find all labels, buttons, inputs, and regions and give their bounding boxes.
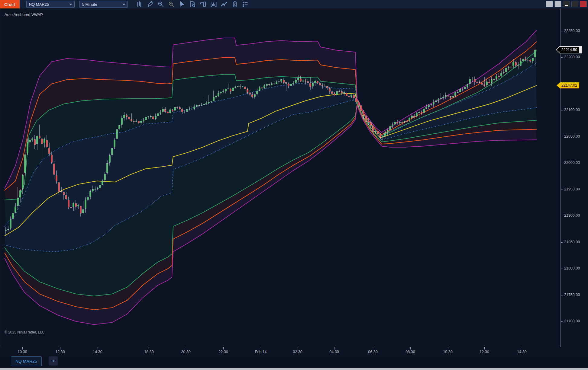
time-tick-label: 14:30 <box>517 350 526 354</box>
price-tick <box>561 242 563 243</box>
price-tick-label: 22050.00 <box>564 134 580 139</box>
toolbar-icon-group <box>136 1 249 8</box>
price-tick <box>561 190 563 190</box>
cursor-icon[interactable] <box>178 1 186 8</box>
price-tick <box>561 137 563 137</box>
instrument-dropdown-value: NQ MAR25 <box>29 2 49 7</box>
zoom-in-icon[interactable] <box>157 1 165 8</box>
time-tick <box>334 347 334 349</box>
copyright-label: © 2025 NinjaTrader, LLC <box>5 330 44 334</box>
time-tick-label: 12:30 <box>55 350 65 354</box>
price-tick-label: 21700.00 <box>564 319 580 323</box>
time-tick <box>410 347 411 349</box>
window-controls <box>546 1 587 7</box>
time-tick <box>186 347 186 349</box>
interval-dropdown-value: 5 Minute <box>82 2 97 7</box>
time-tick-label: 18:30 <box>144 350 153 354</box>
chevron-down-icon <box>69 4 72 5</box>
time-tick <box>448 347 448 349</box>
horizontal-scrollbar[interactable] <box>0 368 588 370</box>
time-tick-label: Feb 14 <box>255 350 267 354</box>
draw-icon[interactable] <box>146 1 154 8</box>
line-tools-icon[interactable] <box>220 1 228 8</box>
chevron-down-icon <box>122 4 125 5</box>
price-tick <box>561 31 563 31</box>
indicators-panel-icon[interactable] <box>199 1 207 8</box>
tab-bar: NQ MAR25 + <box>0 356 588 368</box>
band-fills-layer <box>5 31 537 325</box>
window-control-light-2[interactable] <box>554 1 561 7</box>
last-price-marker: 22214.50 <box>557 47 579 53</box>
price-tick-label: 21950.00 <box>564 187 580 191</box>
time-tick <box>298 347 298 349</box>
time-tick-label: 10:30 <box>443 350 452 354</box>
time-tick <box>60 347 60 349</box>
vwap-price-marker: 22147.02 <box>557 82 579 88</box>
time-tick-label: 22:30 <box>218 350 228 354</box>
time-tick <box>223 347 224 349</box>
ninjatrader-chart-window: Chart NQ MAR25 5 Minute Auto Anchored VW… <box>0 0 588 370</box>
add-tab-button[interactable]: + <box>49 356 58 365</box>
chart-canvas[interactable]: Auto Anchored VWAP © 2025 NinjaTrader, L… <box>0 8 561 347</box>
price-tick-label: 22200.00 <box>564 55 580 59</box>
tab-nq-mar25[interactable]: NQ MAR25 <box>11 356 42 366</box>
time-tick <box>373 347 373 349</box>
chart-style-icon[interactable] <box>136 1 144 8</box>
indicator-label: Auto Anchored VWAP <box>5 12 43 17</box>
price-tick-label: 21900.00 <box>564 213 580 218</box>
price-tick <box>561 163 563 163</box>
time-tick-label: 10:30 <box>18 350 27 354</box>
time-tick <box>484 347 485 349</box>
zoom-out-icon[interactable] <box>167 1 175 8</box>
price-tick-label: 21750.00 <box>564 293 580 297</box>
price-tick <box>561 321 563 322</box>
close-button[interactable] <box>580 1 587 7</box>
time-tick-label: 12:30 <box>480 350 489 354</box>
price-tick-label: 22000.00 <box>564 161 580 165</box>
chart-window-button[interactable]: Chart <box>0 0 20 8</box>
price-tick <box>561 269 563 269</box>
bar-type-icon[interactable] <box>210 1 218 8</box>
window-control-light-1[interactable] <box>546 1 553 7</box>
time-tick-label: 04:30 <box>329 350 339 354</box>
price-tick <box>561 110 563 110</box>
time-tick-label: 02:30 <box>293 350 302 354</box>
time-axis[interactable]: 10:3012:3014:3018:3020:3022:30Feb 1402:3… <box>0 347 561 356</box>
time-tick <box>22 347 23 349</box>
time-tick-label: 08:30 <box>405 350 415 354</box>
price-tick-label: 21800.00 <box>564 266 580 270</box>
time-tick <box>149 347 149 349</box>
time-tick <box>98 347 98 349</box>
price-tick-label: 22250.00 <box>564 29 580 33</box>
toolbar: Chart NQ MAR25 5 Minute <box>0 0 588 8</box>
time-tick-label: 14:30 <box>93 350 102 354</box>
price-tick-label: 22100.00 <box>564 108 580 112</box>
price-tick <box>561 57 563 58</box>
time-tick <box>522 347 522 349</box>
data-box-icon[interactable] <box>189 1 196 8</box>
chart-svg <box>0 8 561 347</box>
properties-list-icon[interactable] <box>241 1 249 8</box>
instrument-dropdown[interactable]: NQ MAR25 <box>26 1 75 8</box>
maximize-button[interactable] <box>571 1 578 7</box>
price-tick-label: 21850.00 <box>564 240 580 244</box>
strategies-icon[interactable] <box>231 1 239 8</box>
price-tick <box>561 216 563 216</box>
price-axis[interactable]: 22250.0022200.0022100.0022050.0022000.00… <box>561 8 588 347</box>
time-tick-label: 20:30 <box>181 350 190 354</box>
minimize-button[interactable] <box>563 1 570 7</box>
price-tick <box>561 295 563 295</box>
time-tick-label: 06:30 <box>368 350 377 354</box>
time-tick <box>261 347 261 349</box>
interval-dropdown[interactable]: 5 Minute <box>79 1 128 8</box>
